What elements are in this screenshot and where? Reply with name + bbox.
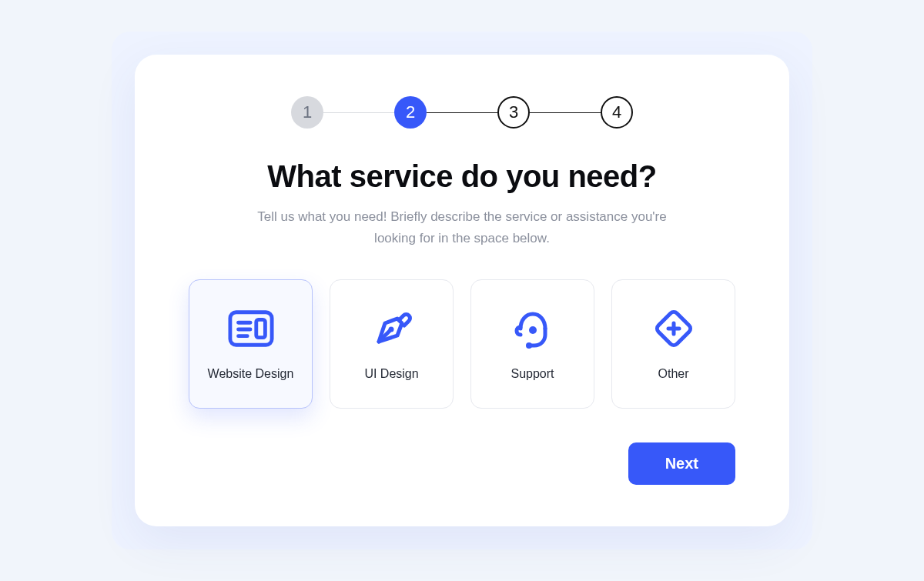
page-background: 1 2 3 4 What service do you need? Tell u… xyxy=(112,32,812,549)
step-1[interactable]: 1 xyxy=(291,96,323,129)
wizard-footer: Next xyxy=(189,442,735,485)
svg-point-7 xyxy=(526,342,532,349)
option-label: Other xyxy=(658,367,688,381)
option-support[interactable]: Support xyxy=(470,279,594,409)
diamond-plus-icon xyxy=(651,307,697,350)
option-label: Website Design xyxy=(208,367,294,381)
option-website-design[interactable]: Website Design xyxy=(189,279,313,409)
stepper: 1 2 3 4 xyxy=(189,96,735,129)
step-3[interactable]: 3 xyxy=(497,96,530,129)
page-title: What service do you need? xyxy=(189,159,735,194)
step-number: 4 xyxy=(612,102,621,122)
option-label: UI Design xyxy=(364,367,418,381)
step-number: 2 xyxy=(406,102,415,122)
svg-point-6 xyxy=(388,326,393,332)
option-ui-design[interactable]: UI Design xyxy=(330,279,454,409)
step-2[interactable]: 2 xyxy=(394,96,427,129)
next-button[interactable]: Next xyxy=(628,442,735,485)
step-connector xyxy=(323,112,394,114)
headset-icon xyxy=(510,307,556,350)
wizard-card: 1 2 3 4 What service do you need? Tell u… xyxy=(135,55,789,526)
option-label: Support xyxy=(511,367,554,381)
step-number: 1 xyxy=(303,102,312,122)
step-connector xyxy=(530,112,601,114)
layout-icon xyxy=(228,307,274,350)
pen-nib-icon xyxy=(369,307,415,350)
step-number: 3 xyxy=(509,102,518,122)
service-options: Website Design UI Design xyxy=(189,279,735,409)
option-other[interactable]: Other xyxy=(611,279,735,409)
step-4[interactable]: 4 xyxy=(601,96,633,129)
svg-point-8 xyxy=(529,326,537,334)
page-subtitle: Tell us what you need! Briefly describe … xyxy=(254,206,670,248)
step-connector xyxy=(427,112,497,114)
svg-rect-4 xyxy=(256,319,265,337)
